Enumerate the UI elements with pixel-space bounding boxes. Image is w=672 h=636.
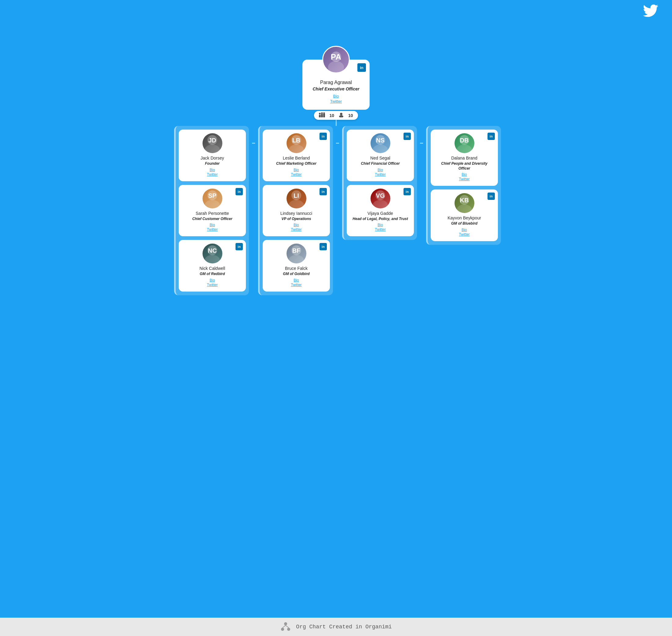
svg-rect-3: [319, 115, 321, 117]
bio-sarah[interactable]: Bio: [209, 223, 215, 227]
avatar-kayvon: KB: [454, 193, 474, 213]
svg-rect-5: [323, 113, 325, 117]
svg-point-8: [323, 113, 325, 113]
footer: Org Chart Created in Organimi: [0, 618, 672, 636]
bio-ned[interactable]: Bio: [378, 168, 383, 172]
svg-point-6: [319, 113, 321, 115]
svg-text:BF: BF: [292, 247, 300, 254]
linkedin-badge-kayvon[interactable]: in: [488, 193, 495, 200]
twitter-nick[interactable]: Twitter: [207, 283, 218, 287]
linkedin-badge-dalana[interactable]: in: [488, 133, 495, 140]
bio-vijaya[interactable]: Bio: [378, 223, 383, 227]
svg-point-42: [281, 628, 284, 631]
card-leslie: in LB Leslie Berland Chief Marketing Off…: [263, 130, 330, 181]
connector-badge: 10 10: [314, 111, 358, 120]
h-conn-1-2: [252, 143, 255, 144]
linkedin-badge-bruce[interactable]: in: [320, 243, 327, 250]
svg-point-18: [205, 255, 220, 263]
title-leslie: Chief Marketing Officer: [276, 161, 317, 166]
svg-line-45: [286, 625, 289, 628]
svg-text:DB: DB: [460, 137, 469, 144]
linkedin-badge[interactable]: in: [358, 63, 366, 72]
name-vijaya: Vijaya Gadde: [367, 211, 393, 216]
svg-text:JD: JD: [208, 137, 216, 144]
avatar: PA: [322, 46, 350, 73]
svg-text:VG: VG: [376, 192, 385, 199]
footer-text: Org Chart Created in Organimi: [296, 624, 392, 630]
twitter-kayvon[interactable]: Twitter: [459, 232, 469, 237]
bio-dalana[interactable]: Bio: [462, 172, 467, 177]
linkedin-badge-sarah[interactable]: in: [236, 188, 243, 195]
name-ned: Ned Segal: [370, 156, 390, 160]
bio-bruce[interactable]: Bio: [293, 278, 299, 282]
group-count: 10: [329, 113, 334, 118]
svg-point-33: [373, 200, 388, 208]
header: [0, 0, 672, 21]
avatar-ned: NS: [370, 133, 390, 153]
name-bruce: Bruce Falck: [285, 266, 308, 271]
avatar-bruce: BF: [286, 243, 306, 263]
organimi-icon: [280, 621, 291, 632]
svg-rect-4: [321, 114, 323, 117]
title-sarah: Chief Customer Officer: [192, 217, 232, 222]
person-count-icon: [339, 113, 344, 118]
svg-point-21: [289, 144, 304, 153]
bio-nick[interactable]: Bio: [209, 278, 215, 282]
name-nick: Nick Caldwell: [200, 266, 225, 271]
svg-point-24: [289, 200, 304, 208]
svg-text:NS: NS: [376, 137, 385, 144]
svg-text:LI: LI: [293, 192, 299, 199]
svg-line-44: [283, 625, 286, 628]
twitter-jack[interactable]: Twitter: [207, 172, 218, 177]
root-person-name: Parag Agrawal: [320, 80, 352, 85]
title-jack: Founder: [205, 161, 220, 166]
twitter-lindsey[interactable]: Twitter: [291, 227, 302, 232]
bio-lindsey[interactable]: Bio: [293, 223, 299, 227]
svg-text:KB: KB: [460, 197, 469, 203]
twitter-bruce[interactable]: Twitter: [291, 283, 302, 287]
linkedin-badge-lindsey[interactable]: in: [320, 188, 327, 195]
linkedin-badge-leslie[interactable]: in: [320, 133, 327, 140]
svg-point-36: [457, 144, 472, 153]
avatar-jack: JD: [203, 133, 222, 153]
twitter-vijaya[interactable]: Twitter: [375, 227, 386, 232]
linkedin-badge-ned[interactable]: in: [404, 133, 411, 140]
card-lindsey: in LI Lindsey Iannucci VP of Operations …: [263, 185, 330, 237]
svg-text:LB: LB: [292, 137, 300, 144]
twitter-dalana[interactable]: Twitter: [459, 177, 469, 181]
name-jack: Jack Dorsey: [200, 156, 224, 160]
group-3: in NS Ned Segal Chief Financial Officer …: [342, 126, 417, 240]
bio-kayvon[interactable]: Bio: [462, 228, 467, 232]
root-twitter-link[interactable]: Twitter: [330, 99, 342, 104]
root-bio-link[interactable]: Bio: [333, 94, 339, 98]
linkedin-badge-vijaya[interactable]: in: [404, 188, 411, 195]
title-ned: Chief Financial Officer: [361, 161, 400, 166]
twitter-leslie[interactable]: Twitter: [291, 172, 302, 177]
svg-point-43: [287, 628, 290, 631]
svg-text:SP: SP: [208, 192, 216, 199]
svg-point-10: [339, 115, 343, 117]
linkedin-badge-nick[interactable]: in: [236, 243, 243, 250]
group-4: in DB Dalana Brand Chief People and Dive…: [426, 126, 501, 245]
group-1: JD Jack Dorsey Founder Bio Twitter in SP: [174, 126, 249, 295]
v-line-root: [336, 120, 337, 126]
twitter-ned[interactable]: Twitter: [375, 172, 386, 177]
avatar-dalana: DB: [454, 133, 474, 153]
card-sarah: in SP Sarah Personette Chief Customer Of…: [179, 185, 246, 237]
bio-leslie[interactable]: Bio: [293, 168, 299, 172]
bio-jack[interactable]: Bio: [209, 168, 215, 172]
twitter-logo-icon: [642, 3, 660, 18]
root-person-title: Chief Executive Officer: [312, 86, 359, 92]
avatar-leslie: LB: [286, 133, 306, 153]
svg-text:NC: NC: [208, 247, 217, 254]
avatar-sarah: SP: [203, 188, 222, 208]
h-conn-3-4: [420, 143, 423, 144]
avatar-vijaya: VG: [370, 188, 390, 208]
svg-point-7: [321, 113, 323, 114]
card-bruce: in BF Bruce Falck GM of Goldbird Bio Twi…: [263, 240, 330, 292]
twitter-sarah[interactable]: Twitter: [207, 227, 218, 232]
svg-point-12: [205, 144, 220, 153]
title-kayvon: GM of Bluebird: [451, 221, 477, 226]
name-kayvon: Kayvon Beykpour: [447, 216, 481, 220]
main-content: PA in Parag Agrawal Chief Executive Offi…: [0, 21, 672, 295]
